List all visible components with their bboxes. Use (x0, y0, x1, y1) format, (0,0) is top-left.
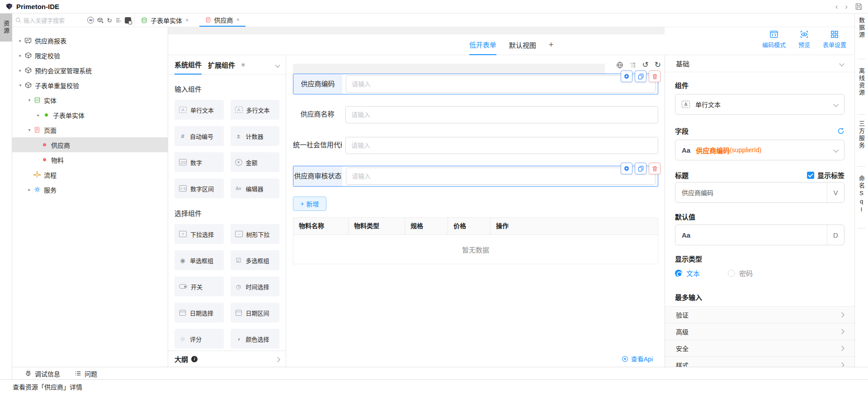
field-copy-button[interactable] (635, 163, 646, 174)
title-input[interactable]: 供应商编码 V (675, 182, 844, 203)
activity-tab-named-sql[interactable]: 命名Sql (855, 175, 868, 214)
add-row-button[interactable]: + 新增 (293, 196, 326, 211)
expander-expanded-icon[interactable]: ▾ (26, 127, 33, 132)
palette-item-counter[interactable]: ±计数器 (231, 126, 280, 146)
palette-item-rating[interactable]: ☆评分 (175, 329, 224, 349)
tree-item-entities[interactable]: ▾ 实体 (12, 93, 168, 108)
form-field-audit-status[interactable]: 供应商审核状态 请输入 (293, 166, 658, 187)
palette-collapse-icon[interactable] (276, 55, 279, 75)
expander-collapsed-icon[interactable]: ▸ (26, 187, 33, 192)
palette-item-editor[interactable]: A≡编辑器 (231, 178, 280, 198)
undo-icon[interactable]: ↺ (642, 61, 649, 69)
form-settings-button[interactable]: 表单设置 (823, 30, 846, 49)
field-input[interactable]: 请输入 (345, 106, 658, 123)
tree-item-supplier[interactable]: 供应商 (12, 137, 168, 152)
palette-tab-extension[interactable]: 扩展组件 (208, 55, 235, 75)
new-module-icon[interactable] (97, 17, 104, 23)
tree-item-subform-check[interactable]: ▾ 子表单重复校验 (12, 78, 168, 93)
palette-menu-icon[interactable]: ≡ (241, 55, 245, 75)
expander-collapsed-icon[interactable]: ▸ (35, 112, 42, 117)
activity-tab-offline-resources[interactable]: 离线资源 (855, 68, 868, 97)
tree-item-report[interactable]: ▸ 供应商报表 (12, 33, 168, 48)
props-group-validation[interactable]: 验证 (665, 307, 854, 323)
show-label-checkbox[interactable]: 显示标签 (807, 170, 844, 180)
expander-expanded-icon[interactable]: ▾ (17, 83, 24, 88)
tree-item-subform-entity[interactable]: ▸ 子表单实体 (12, 108, 168, 122)
close-tab-icon[interactable]: × (185, 17, 189, 23)
tree-item-process[interactable]: 流程 (12, 167, 168, 182)
palette-item-radio-group[interactable]: ◉单选框组 (175, 250, 224, 270)
tree-item-material[interactable]: 物料 (12, 152, 168, 167)
radio-text[interactable]: 文本 (675, 268, 700, 278)
props-group-security[interactable]: 安全 (665, 340, 854, 357)
section-collapse-icon[interactable] (839, 61, 844, 66)
outline-expand-icon[interactable] (276, 355, 279, 363)
palette-item-tree-select[interactable]: ⌄树形下拉 (231, 224, 280, 244)
ai-assistant-icon[interactable]: AI (87, 17, 94, 23)
field-delete-button[interactable] (649, 70, 660, 82)
tree-item-meeting-system[interactable]: ▸ 预约会议室管理系统 (12, 63, 168, 78)
activity-tab-resources[interactable]: 资源 (0, 14, 12, 42)
palette-item-color-picker[interactable]: ◑颜色选择 (231, 329, 280, 349)
field-input[interactable]: 请输入 (345, 137, 658, 154)
palette-item-auto-number[interactable]: #自动编号 (175, 126, 224, 146)
i18n-globe-icon[interactable] (616, 61, 623, 69)
view-tab-lowcode-form[interactable]: 低开表单 (469, 34, 496, 55)
refresh-icon[interactable]: ↻ (107, 17, 112, 23)
field-copy-button[interactable] (635, 70, 646, 82)
radio-selected-icon[interactable] (675, 270, 682, 277)
activity-tab-third-party-services[interactable]: 三方服务 (855, 121, 868, 150)
editor-tab-supplier[interactable]: 供应商 × (199, 14, 246, 27)
palette-item-dropdown[interactable]: ∨下拉选择 (175, 224, 224, 244)
palette-item-number-range[interactable]: 1~3数字区间 (175, 178, 224, 198)
field-input[interactable]: 请输入 (346, 75, 656, 93)
dynamic-suffix-button[interactable]: D (827, 225, 844, 245)
save-icon[interactable] (855, 3, 863, 10)
field-settings-button[interactable] (621, 70, 632, 82)
tree-item-services[interactable]: ▸ 服务 (12, 182, 168, 197)
editor-tab-subform-entity[interactable]: 子表单实体 × (135, 14, 195, 27)
redo-icon[interactable]: ↻ (655, 61, 661, 69)
preview-button[interactable]: 预览 (798, 30, 810, 49)
default-value-input[interactable]: Aa D (675, 225, 844, 245)
palette-item-single-line-text[interactable]: A单行文本 (175, 100, 224, 120)
palette-item-date-range[interactable]: 日期区间 (231, 303, 280, 323)
view-api-link[interactable]: 查看Api (622, 354, 653, 363)
palette-tab-system[interactable]: 系统组件 (175, 55, 202, 75)
view-toggle-icon[interactable] (125, 17, 131, 23)
palette-item-multi-line-text[interactable]: A多行文本 (231, 100, 280, 120)
palette-item-switch[interactable]: 开关 (175, 276, 224, 296)
field-select[interactable]: Aa 供应商编码 (supplierId) (675, 140, 844, 160)
palette-item-amount[interactable]: ¥金额 (231, 152, 280, 172)
component-select[interactable]: A 单行文本 (675, 94, 844, 115)
outline-tree-icon[interactable] (629, 61, 637, 69)
explorer-search-bar[interactable]: 输入关键字搜索 AI ↻ (12, 14, 134, 27)
activity-tab-datasource[interactable]: 数据源 (855, 17, 868, 39)
add-view-button[interactable]: + (549, 34, 554, 55)
checkbox-checked-icon[interactable] (807, 172, 814, 179)
form-field-supplier-code[interactable]: 供应商编码 请输入 (293, 74, 658, 94)
field-delete-button[interactable] (649, 163, 660, 174)
nav-back-icon[interactable]: ‹ (835, 3, 838, 10)
search-input[interactable]: 输入关键字搜索 (24, 16, 85, 24)
problems-tab[interactable]: 问题 (75, 369, 97, 378)
expander-collapsed-icon[interactable]: ▸ (17, 38, 24, 43)
debug-info-tab[interactable]: 调试信息 (25, 369, 60, 378)
outline-bar[interactable]: 大纲 i (168, 351, 286, 367)
form-field-supplier-name[interactable]: 供应商名称 请输入 (293, 104, 658, 125)
palette-item-date-picker[interactable]: 日期选择 (175, 303, 224, 323)
expander-expanded-icon[interactable]: ▾ (26, 98, 33, 103)
palette-item-number[interactable]: 123数字 (175, 152, 224, 172)
tree-item-pages[interactable]: ▾ 页面 (12, 122, 168, 137)
form-field-credit-code[interactable]: 统一社会信用代码 请输入 (293, 135, 658, 156)
expander-collapsed-icon[interactable]: ▸ (17, 68, 24, 73)
field-settings-button[interactable] (621, 163, 632, 174)
code-mode-button[interactable]: 编码模式 (762, 30, 786, 49)
nav-forward-icon[interactable]: › (845, 3, 848, 10)
tree-item-limit-check[interactable]: ▸ 限定校验 (12, 48, 168, 63)
radio-password[interactable]: 密码 (728, 268, 753, 278)
field-input[interactable]: 请输入 (346, 168, 656, 185)
field-sync-icon[interactable] (837, 127, 844, 135)
expander-collapsed-icon[interactable]: ▸ (17, 53, 24, 58)
props-group-advanced[interactable]: 高级 (665, 323, 854, 340)
